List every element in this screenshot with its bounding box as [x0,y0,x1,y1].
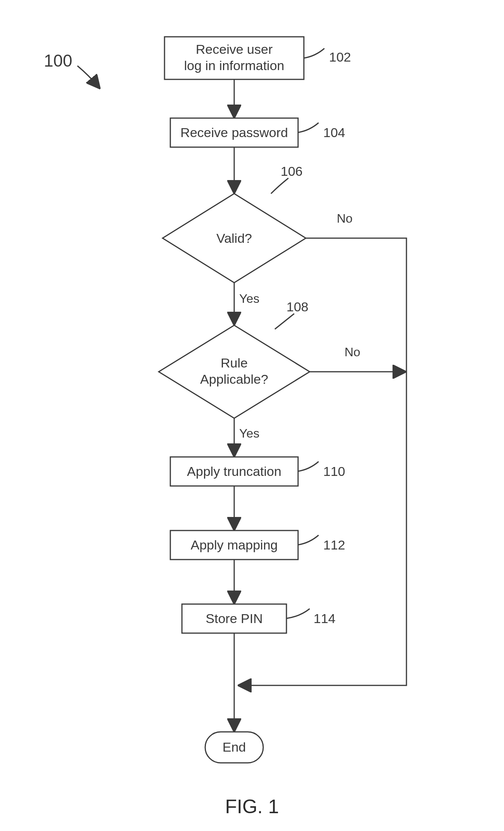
node-112-text: Apply mapping [191,537,278,552]
ref-106: 106 [281,164,303,179]
node-108-text-line1: Rule [221,355,248,370]
ref-114-tick [286,609,310,618]
ref-108-tick [275,314,294,329]
ref-110-tick [298,462,319,471]
node-104-text: Receive password [180,125,288,140]
node-102-text-line2: log in information [184,58,285,73]
node-114-text: Store PIN [206,611,262,626]
edge-108-yes: Yes [239,426,259,440]
edge-106-yes: Yes [239,292,259,306]
title-pointer [77,66,99,87]
ref-102-tick [304,48,324,58]
ref-112: 112 [323,537,345,552]
edge-106-no: No [337,211,353,225]
ref-114: 114 [314,611,336,626]
ref-104-tick [298,123,319,132]
ref-102: 102 [329,50,351,64]
ref-106-tick [271,178,288,194]
edge-108-no: No [345,345,360,359]
diagram-title: 100 [44,51,72,70]
node-106-text: Valid? [216,231,252,246]
ref-104: 104 [323,125,345,140]
ref-110: 110 [323,464,345,479]
ref-112-tick [298,535,319,545]
flowchart-diagram: 100 Receive user log in information 102 … [0,0,504,831]
node-108-text-line2: Applicable? [200,372,268,386]
node-102-text-line1: Receive user [196,42,273,57]
node-end-text: End [223,740,246,754]
ref-108: 108 [286,299,309,314]
figure-label: FIG. 1 [225,796,279,817]
node-110-text: Apply truncation [187,464,281,479]
